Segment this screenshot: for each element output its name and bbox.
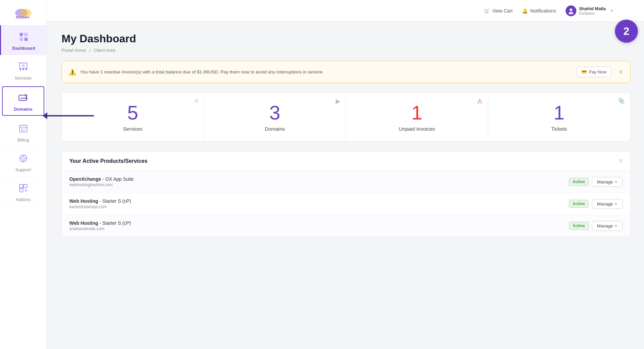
pay-now-button[interactable]: 💳 Pay Now <box>576 67 612 77</box>
breadcrumb-home[interactable]: Portal Home <box>62 48 86 53</box>
svg-rect-3 <box>20 33 23 36</box>
sidebar-item-support[interactable]: Support <box>0 147 46 177</box>
service-info: Web Hosting - Starter S (cP) shaheentext… <box>69 220 569 231</box>
stats-row: ≡ 5 Services ▶ 3 Domains ⚠ 1 Unpaid Invo… <box>62 92 630 141</box>
svg-rect-9 <box>20 68 21 70</box>
svg-rect-4 <box>24 33 28 36</box>
status-badge: Active <box>569 222 589 230</box>
alert-banner: ⚠️ You have 1 overdue invoice(s) with a … <box>62 61 630 83</box>
domains-icon: WWW <box>17 91 30 105</box>
svg-rect-23 <box>23 129 26 129</box>
svg-rect-32 <box>24 184 27 188</box>
sidebar-item-services[interactable]: Services <box>0 55 46 85</box>
main-area: 🛒 View Cart 🔔 Notifications Shahid Malla… <box>47 0 644 349</box>
service-domain: shaheentextile.com <box>69 226 569 231</box>
stat-label-services: Services <box>123 126 143 132</box>
manage-button[interactable]: Manage ▼ <box>592 221 623 231</box>
dashboard-icon <box>17 30 30 44</box>
sidebar-item-label: Dashboard <box>12 46 35 51</box>
services-table: OpenXchange - OX App Suite webhostingkas… <box>62 171 630 237</box>
sidebar-item-label: Addons <box>16 197 30 202</box>
support-icon <box>17 152 30 165</box>
stat-label-invoices: Unpaid Invoices <box>399 126 435 132</box>
stat-number-domains: 3 <box>269 103 280 123</box>
svg-rect-31 <box>20 184 23 188</box>
svg-rect-12 <box>19 62 20 63</box>
stat-number-invoices: 1 <box>411 103 422 123</box>
svg-point-8 <box>22 64 25 67</box>
chevron-down-icon: ▼ <box>614 202 618 206</box>
user-menu[interactable]: Shahid Malla ElySpace ▼ <box>566 5 614 16</box>
cart-icon: 🛒 <box>484 8 490 14</box>
breadcrumb-current[interactable]: Client Area <box>94 48 115 53</box>
alert-message: You have 1 overdue invoice(s) with a tot… <box>80 69 572 74</box>
svg-point-35 <box>570 8 572 11</box>
manage-button[interactable]: Manage ▼ <box>592 199 623 209</box>
services-icon <box>17 60 30 73</box>
stat-icon-services: ≡ <box>195 97 198 105</box>
billing-icon: $ <box>17 122 30 135</box>
page-title: My Dashboard <box>62 32 630 45</box>
avatar <box>566 5 576 16</box>
service-info: OpenXchange - OX App Suite webhostingkas… <box>69 176 569 187</box>
status-badge: Active <box>569 178 589 186</box>
sidebar-item-billing[interactable]: $ Billing <box>0 117 46 147</box>
svg-rect-24 <box>23 130 25 131</box>
products-section: Your Active Products/Services ≡ OpenXcha… <box>62 151 630 237</box>
manage-button[interactable]: Manage ▼ <box>592 177 623 187</box>
stat-card-domains[interactable]: ▶ 3 Domains <box>204 93 346 141</box>
svg-rect-33 <box>20 189 23 192</box>
chevron-down-icon: ▼ <box>614 224 618 228</box>
section-menu-icon[interactable]: ≡ <box>619 157 623 165</box>
stat-label-tickets: Tickets <box>551 126 567 132</box>
svg-rect-6 <box>24 38 28 41</box>
service-info: Web Hosting - Starter S (cP) kashmirstar… <box>69 198 569 209</box>
warning-icon: ⚠️ <box>69 68 76 76</box>
service-name: OpenXchange - OX App Suite <box>69 176 569 182</box>
svg-rect-5 <box>20 38 23 41</box>
svg-rect-20 <box>20 125 27 132</box>
close-icon[interactable]: ✕ <box>618 68 623 76</box>
view-cart-button[interactable]: 🛒 View Cart <box>484 8 512 14</box>
chevron-down-icon: ▼ <box>610 9 614 13</box>
table-row: Web Hosting - Starter S (cP) shaheentext… <box>62 215 630 237</box>
stat-number-services: 5 <box>127 103 138 123</box>
svg-rect-11 <box>26 68 27 70</box>
stat-card-tickets[interactable]: 📎 1 Tickets <box>488 93 630 141</box>
addons-icon: + <box>17 181 30 195</box>
svg-point-26 <box>22 157 25 160</box>
breadcrumb: Portal Home / Client Area <box>62 48 630 53</box>
sidebar-item-label: Billing <box>17 137 29 143</box>
svg-rect-10 <box>23 68 24 70</box>
sidebar-item-dashboard[interactable]: Dashboard <box>0 25 46 55</box>
stat-card-services[interactable]: ≡ 5 Services <box>62 93 204 141</box>
section-title: Your Active Products/Services <box>69 158 147 164</box>
notification-badge: 2 <box>615 20 638 43</box>
sidebar-item-addons[interactable]: + Addons <box>0 177 46 206</box>
user-info: Shahid Malla ElySpace <box>579 6 606 15</box>
section-header: Your Active Products/Services ≡ <box>62 151 630 171</box>
sidebar-item-label: Support <box>16 167 31 172</box>
wallet-icon: 💳 <box>581 69 587 74</box>
logo[interactable]: ElySpace <box>0 0 46 25</box>
stat-icon-domains: ▶ <box>336 97 340 105</box>
table-row: Web Hosting - Starter S (cP) kashmirstar… <box>62 193 630 215</box>
service-name: Web Hosting - Starter S (cP) <box>69 198 569 204</box>
service-name: Web Hosting - Starter S (cP) <box>69 220 569 226</box>
sidebar-item-domains[interactable]: WWW Domains <box>2 86 44 116</box>
notifications-button[interactable]: 🔔 Notifications <box>522 8 556 14</box>
stat-label-domains: Domains <box>265 126 285 132</box>
status-badge: Active <box>569 200 589 208</box>
sidebar-item-label: Domains <box>14 107 32 112</box>
stat-icon-invoices: ⚠ <box>477 97 482 105</box>
sidebar: ElySpace Dashboard <box>0 0 47 349</box>
svg-text:+: + <box>25 188 27 193</box>
svg-text:WWW: WWW <box>20 97 28 100</box>
service-domain: webhostingkashmir.com <box>69 182 569 187</box>
svg-text:ElySpace: ElySpace <box>16 16 29 19</box>
content-area: My Dashboard Portal Home / Client Area ⚠… <box>47 22 644 349</box>
stat-card-invoices[interactable]: ⚠ 1 Unpaid Invoices <box>346 93 488 141</box>
bell-icon: 🔔 <box>522 8 528 14</box>
svg-point-36 <box>569 12 573 14</box>
table-row: OpenXchange - OX App Suite webhostingkas… <box>62 171 630 193</box>
